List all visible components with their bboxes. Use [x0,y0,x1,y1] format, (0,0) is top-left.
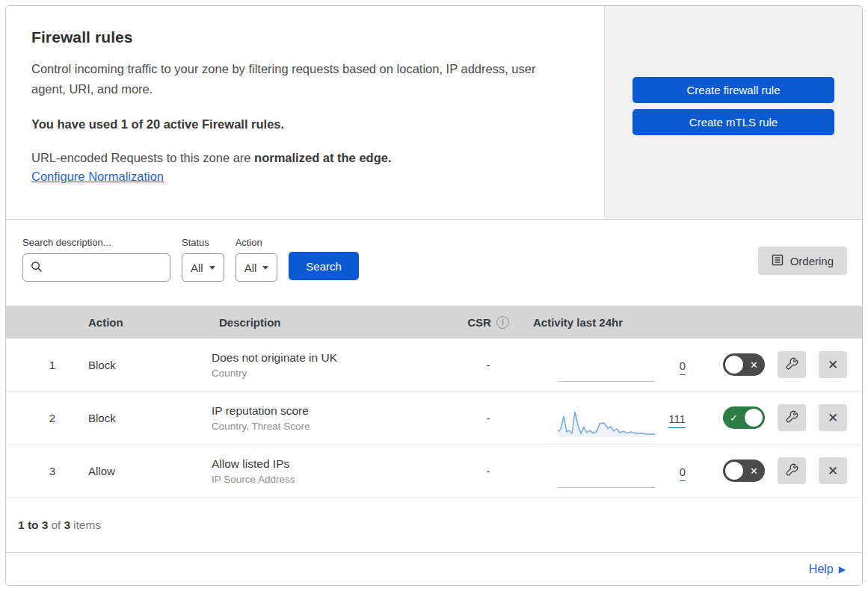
page-description: Control incoming traffic to your zone by… [31,59,566,99]
items-total: 3 [64,519,70,532]
toggle-knob [745,409,763,427]
close-icon: ✕ [828,359,838,371]
activity-count-link[interactable]: 0 [680,465,686,481]
x-icon: ✕ [750,359,758,371]
search-group: Search description... [22,237,170,282]
rule-enabled-toggle[interactable]: ✓ ✕ [723,353,765,376]
toggle-knob [725,356,743,374]
rule-enabled-toggle[interactable]: ✓ ✕ [723,460,765,482]
rule-match-fields: Country, Threat Score [212,421,452,432]
wrench-icon [785,357,798,373]
normalization-bold-text: normalized at the edge. [254,151,391,164]
ordering-button-label: Ordering [790,255,834,267]
table-header-row: Action Description CSR i Activity last 2… [6,306,862,338]
rule-action: Allow [81,465,212,477]
rule-description: Allow listed IPs [212,457,452,471]
intro-panel: Firewall rules Control incoming traffic … [6,6,605,219]
action-filter-group: Action All [236,237,278,282]
toggle-knob [725,462,743,480]
info-icon[interactable]: i [496,316,509,329]
status-filter-group: Status All [182,237,224,282]
delete-rule-button[interactable]: ✕ [819,404,847,431]
rule-controls: ✓ ✕ ✕ [693,457,862,484]
activity-sparkline-flat [558,487,655,488]
table-row: 1 Block Does not originate in UK Country… [6,338,862,392]
help-link[interactable]: Help [809,563,834,576]
firewall-rules-page: Firewall rules Control incoming traffic … [5,5,863,586]
edit-rule-button[interactable] [778,457,806,484]
configure-normalization-link[interactable]: Configure Normalization [31,170,164,183]
rule-match-fields: IP Source Address [212,474,452,485]
search-input[interactable] [48,261,162,275]
status-dropdown[interactable]: All [182,253,224,282]
table-row: 2 Block IP reputation score Country, Thr… [6,392,862,445]
page-title: Firewall rules [31,28,573,46]
rule-activity-cell: 0 [524,445,693,497]
column-header-activity: Activity last 24hr [524,316,693,329]
column-header-csr: CSR i [452,316,524,329]
help-bar: Help ▶ [6,553,862,586]
edit-rule-button[interactable] [778,351,806,378]
close-icon: ✕ [828,465,838,477]
action-dropdown-value: All [244,262,257,274]
rule-description-cell: Does not originate in UK Country [212,351,452,379]
delete-rule-button[interactable]: ✕ [819,351,847,378]
rule-priority: 1 [6,359,81,371]
rule-description: Does not originate in UK [212,351,452,365]
rule-priority: 3 [6,465,81,477]
edit-rule-button[interactable] [778,404,806,431]
action-dropdown[interactable]: All [236,253,278,282]
rule-activity-cell: 111 [524,392,693,444]
search-button[interactable]: Search [289,252,359,280]
rule-controls: ✓ ✕ ✕ [693,351,862,378]
table-summary: 1 to 3 of 3 items [6,498,862,553]
close-icon: ✕ [828,412,838,424]
activity-sparkline-chart [558,409,655,437]
rule-description-cell: Allow listed IPs IP Source Address [212,457,452,485]
activity-sparkline-flat [558,381,655,382]
chevron-down-icon [209,266,215,270]
status-label: Status [182,237,224,248]
list-document-icon [772,254,784,268]
rule-enabled-toggle[interactable]: ✓ ✕ [723,406,765,429]
rule-csr-value: - [452,412,524,424]
rule-description: IP reputation score [212,404,452,418]
ordering-button[interactable]: Ordering [758,247,847,275]
normalization-note: URL-encoded Requests to this zone are no… [31,151,573,165]
wrench-icon [785,410,798,426]
rule-action: Block [81,412,212,424]
column-header-description: Description [212,316,452,329]
filter-bar: Search description... Status All Action … [6,220,862,306]
create-mtls-rule-button[interactable]: Create mTLS rule [632,109,834,135]
wrench-icon [785,463,798,479]
items-range: 1 to 3 [18,519,48,532]
top-section: Firewall rules Control incoming traffic … [6,6,862,220]
activity-count-link[interactable]: 0 [680,359,686,375]
usage-summary: You have used 1 of 20 active Firewall ru… [31,117,573,131]
rule-priority: 2 [6,412,81,424]
rule-match-fields: Country [212,368,452,379]
rule-activity-cell: 0 [524,338,693,391]
search-label: Search description... [22,237,170,248]
activity-count-link[interactable]: 111 [668,412,686,428]
search-input-wrapper [22,253,170,282]
arrow-right-icon: ▶ [839,565,846,574]
rule-csr-value: - [452,465,524,477]
actions-panel: Create firewall rule Create mTLS rule [605,6,862,219]
delete-rule-button[interactable]: ✕ [819,457,847,484]
chevron-down-icon [262,266,268,270]
rule-controls: ✓ ✕ ✕ [693,404,862,431]
rule-action: Block [81,359,212,371]
create-firewall-rule-button[interactable]: Create firewall rule [632,77,834,103]
column-header-action: Action [81,316,212,329]
table-row: 3 Allow Allow listed IPs IP Source Addre… [6,445,862,498]
action-label: Action [236,237,278,248]
normalization-text: URL-encoded Requests to this zone are [31,151,251,164]
rules-table: Action Description CSR i Activity last 2… [6,306,862,553]
status-dropdown-value: All [191,262,203,274]
check-icon: ✓ [730,412,738,424]
rule-description-cell: IP reputation score Country, Threat Scor… [212,404,452,432]
rule-csr-value: - [452,359,524,371]
search-icon [31,261,42,275]
x-icon: ✕ [750,465,758,477]
